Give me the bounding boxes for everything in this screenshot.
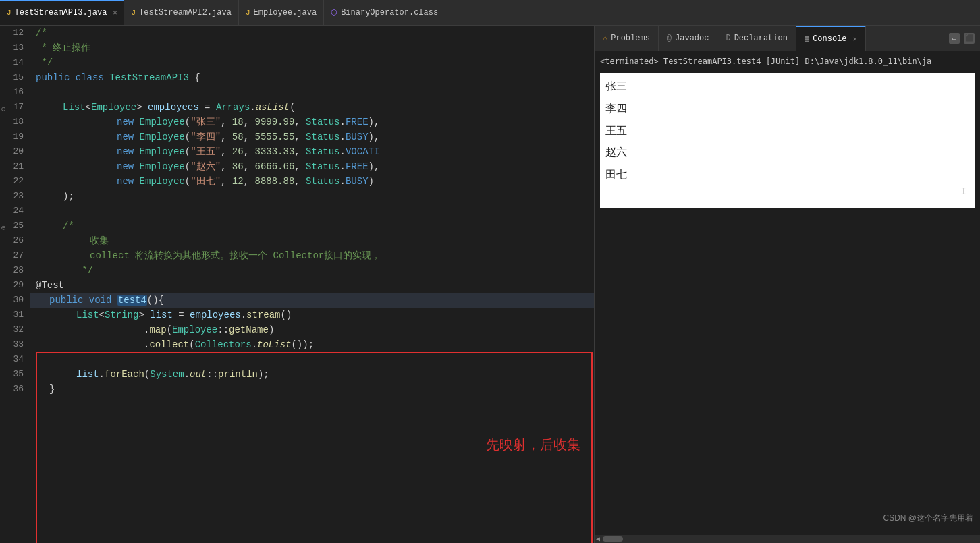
line-num-30: 30: [0, 293, 30, 308]
code-line-17: 17⊖ List<Employee> employees = Arrays.as…: [0, 100, 594, 115]
code-line-16: 16: [0, 85, 594, 100]
cursor-indicator: I: [961, 186, 967, 197]
code-line-35: 35 list.forEach(System.out::println);: [0, 367, 594, 382]
code-lines: 先映射，后收集 12 /* 13 * 终止操作 14 */: [0, 26, 594, 397]
line-content-30: public void test4(){: [30, 293, 594, 308]
line-content-35: list.forEach(System.out::println);: [30, 367, 594, 382]
code-line-33: 33 .collect(Collectors.toList());: [0, 337, 594, 352]
line-content-21: new Employee("赵六", 36, 6666.66, Status.F…: [30, 159, 594, 174]
tab-teststreamapi2[interactable]: J TestStreamAPI2.java: [124, 0, 238, 25]
code-line-15: 15 public class TestStreamAPI3 {: [0, 70, 594, 85]
class-file-icon: ⬡: [331, 8, 337, 17]
code-line-13: 13 * 终止操作: [0, 40, 594, 55]
line-content-31: List<String> list = employees.stream(): [30, 308, 594, 322]
console-content: <terminated> TestStreamAPI3.test4 [JUnit…: [595, 51, 980, 543]
code-line-29: 29 @Test: [0, 278, 594, 293]
problems-label: Problems: [611, 34, 650, 43]
code-line-12: 12 /*: [0, 26, 594, 40]
line-num-19: 19: [0, 130, 30, 144]
output-line-1: 张三: [605, 76, 969, 98]
tab-teststreamapi3[interactable]: J TestStreamAPI3.java ✕: [0, 0, 124, 25]
line-num-16: 16: [0, 85, 30, 100]
close-icon[interactable]: ✕: [113, 9, 117, 17]
console-minimize-btn[interactable]: ▭: [949, 33, 960, 44]
line-num-18: 18: [0, 115, 30, 130]
line-content-29: @Test: [30, 278, 594, 293]
line-content-36: }: [30, 382, 594, 397]
line-num-28: 28: [0, 263, 30, 278]
java-file-icon3: J: [246, 9, 250, 17]
tab-label4: BinaryOperator.class: [341, 8, 438, 18]
output-line-3: 王五: [605, 120, 969, 142]
tab-label3: Employee.java: [254, 8, 317, 18]
code-line-18: 18 new Employee("张三", 18, 9999.99, Statu…: [0, 115, 594, 130]
tab-employee[interactable]: J Employee.java: [239, 0, 324, 25]
line-num-21: 21: [0, 159, 30, 174]
line-content-24: [30, 204, 594, 219]
horizontal-scrollbar[interactable]: ◀: [595, 535, 980, 543]
tab-problems[interactable]: ⚠ Problems: [595, 26, 659, 51]
console-maximize-btn[interactable]: ⬛: [964, 33, 975, 44]
line-content-20: new Employee("王五", 26, 3333.33, Status.V…: [30, 144, 594, 159]
code-line-23: 23 );: [0, 189, 594, 204]
line-content-18: new Employee("张三", 18, 9999.99, Status.F…: [30, 115, 594, 130]
line-num-22: 22: [0, 174, 30, 189]
declaration-label: Declaration: [734, 34, 788, 43]
javadoc-label: Javadoc: [675, 34, 709, 43]
tab-console[interactable]: ▤ Console ✕: [796, 26, 866, 51]
red-annotation-text: 先映射，后收集: [486, 436, 580, 454]
java-file-icon: J: [7, 9, 11, 17]
line-num-13: 13: [0, 40, 30, 55]
code-area[interactable]: 先映射，后收集 12 /* 13 * 终止操作 14 */: [0, 26, 594, 543]
line-num-29: 29: [0, 278, 30, 293]
line-num-25: 25⊖: [0, 219, 30, 233]
line-num-17: 17⊖: [0, 100, 30, 115]
code-line-14: 14 */: [0, 55, 594, 70]
code-line-21: 21 new Employee("赵六", 36, 6666.66, Statu…: [0, 159, 594, 174]
line-content-25: /*: [30, 219, 594, 233]
line-content-16: [30, 85, 594, 100]
line-content-34: [30, 352, 594, 367]
scroll-thumb[interactable]: [603, 536, 623, 542]
code-line-27: 27 collect—将流转换为其他形式。接收一个 Collector接口的实现…: [0, 248, 594, 263]
line-num-15: 15: [0, 70, 30, 85]
console-icon: ▤: [805, 34, 809, 44]
output-line-4: 赵六: [605, 142, 969, 164]
tab-declaration[interactable]: D Declaration: [717, 26, 796, 51]
line-content-33: .collect(Collectors.toList());: [30, 337, 594, 352]
line-num-20: 20: [0, 144, 30, 159]
code-line-28: 28 */: [0, 263, 594, 278]
line-num-24: 24: [0, 204, 30, 219]
editor-tab-bar: J TestStreamAPI3.java ✕ J TestStreamAPI2…: [0, 0, 980, 26]
line-num-14: 14: [0, 55, 30, 70]
output-line-2: 李四: [605, 98, 969, 120]
tab-label: TestStreamAPI3.java: [15, 8, 107, 18]
javadoc-icon: @: [667, 34, 672, 43]
tab-label2: TestStreamAPI2.java: [139, 8, 232, 18]
console-output-area: 张三 李四 王五 赵六 田七: [600, 73, 975, 208]
line-num-26: 26: [0, 233, 30, 248]
scroll-arrow-left[interactable]: ◀: [596, 535, 600, 543]
code-line-25: 25⊖ /*: [0, 219, 594, 233]
line-num-31: 31: [0, 308, 30, 322]
problems-icon: ⚠: [603, 33, 607, 43]
java-file-icon2: J: [131, 9, 136, 17]
tab-binaryoperator[interactable]: ⬡ BinaryOperator.class: [324, 0, 445, 25]
right-tab-bar: ⚠ Problems @ Javadoc D Declaration ▤ Con…: [595, 26, 980, 51]
csdn-watermark: CSDN @这个名字先用着: [883, 513, 973, 524]
tab-javadoc[interactable]: @ Javadoc: [659, 26, 718, 51]
output-line-5: 田七: [605, 164, 969, 186]
line-num-35: 35: [0, 367, 30, 382]
code-line-19: 19 new Employee("李四", 58, 5555.55, Statu…: [0, 130, 594, 144]
declaration-icon: D: [726, 34, 730, 43]
code-line-36: 36 }: [0, 382, 594, 397]
line-content-23: );: [30, 189, 594, 204]
console-close-icon[interactable]: ✕: [853, 35, 857, 43]
line-content-27: collect—将流转换为其他形式。接收一个 Collector接口的实现，: [30, 248, 594, 263]
code-line-31: 31 List<String> list = employees.stream(…: [0, 308, 594, 322]
console-actions: ▭ ⬛: [949, 26, 980, 51]
line-content-14: */: [30, 55, 594, 70]
terminated-bar: <terminated> TestStreamAPI3.test4 [JUnit…: [600, 57, 975, 66]
line-num-33: 33: [0, 337, 30, 352]
line-num-36: 36: [0, 382, 30, 397]
